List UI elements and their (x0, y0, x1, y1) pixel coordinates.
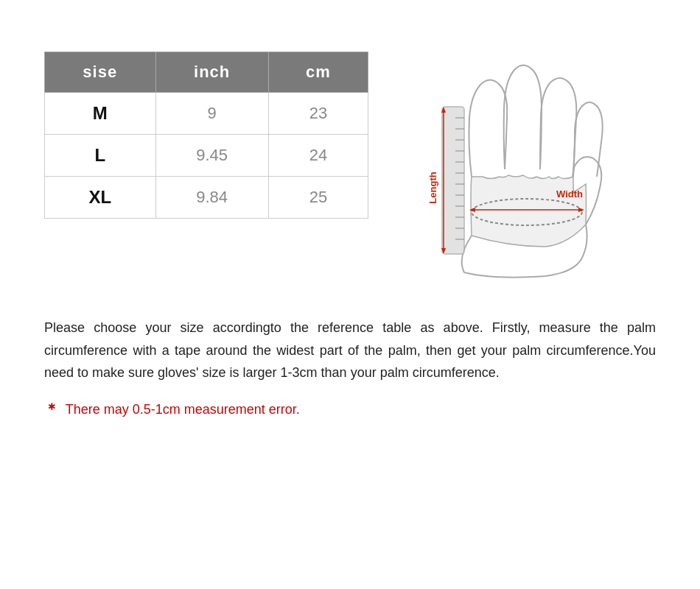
cm-xl: 25 (268, 177, 368, 219)
size-m: M (45, 93, 156, 135)
description-text: Please choose your size accordingto the … (44, 317, 656, 384)
svg-text:Width: Width (556, 188, 583, 200)
size-l: L (45, 135, 156, 177)
inch-l: 9.45 (155, 135, 268, 177)
header-cm: cm (268, 52, 368, 93)
table-row: L 9.45 24 (45, 135, 368, 177)
cm-l: 24 (268, 135, 368, 177)
table-row: XL 9.84 25 (45, 177, 368, 219)
glove-illustration: Length Width (398, 29, 634, 280)
inch-m: 9 (155, 93, 268, 135)
table-row: M 9 23 (45, 93, 368, 135)
cm-m: 23 (268, 93, 368, 135)
size-table: sise inch cm M 9 23 L 9.45 24 XL (44, 52, 368, 219)
top-section: sise inch cm M 9 23 L 9.45 24 XL (44, 29, 656, 280)
header-inch: inch (155, 52, 268, 93)
size-table-wrapper: sise inch cm M 9 23 L 9.45 24 XL (44, 52, 368, 219)
header-sise: sise (45, 52, 156, 93)
size-xl: XL (45, 177, 156, 219)
inch-xl: 9.84 (155, 177, 268, 219)
svg-text:Length: Length (427, 172, 438, 203)
text-section: Please choose your size accordingto the … (44, 317, 656, 419)
note-text: ＊ There may 0.5-1cm measurement error. (44, 399, 656, 419)
note-asterisk: ＊ (44, 401, 59, 417)
note-content: There may 0.5-1cm measurement error. (66, 402, 300, 417)
